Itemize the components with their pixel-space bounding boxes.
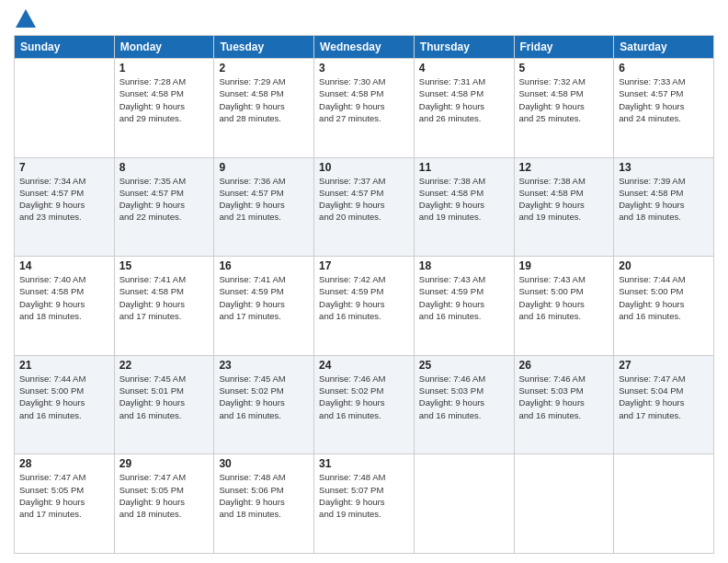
logo (14, 9, 36, 28)
day-cell: 3Sunrise: 7:30 AM Sunset: 4:58 PM Daylig… (314, 59, 415, 158)
day-info: Sunrise: 7:44 AM Sunset: 5:00 PM Dayligh… (19, 373, 109, 421)
day-cell: 8Sunrise: 7:35 AM Sunset: 4:57 PM Daylig… (114, 157, 214, 257)
day-cell: 6Sunrise: 7:33 AM Sunset: 4:57 PM Daylig… (614, 59, 714, 158)
day-info: Sunrise: 7:45 AM Sunset: 5:02 PM Dayligh… (219, 373, 309, 421)
day-number: 25 (419, 359, 509, 372)
logo-icon (16, 9, 36, 28)
day-cell: 17Sunrise: 7:42 AM Sunset: 4:59 PM Dayli… (314, 257, 415, 356)
calendar: SundayMondayTuesdayWednesdayThursdayFrid… (14, 35, 714, 554)
day-number: 6 (619, 62, 709, 75)
week-row-0: 1Sunrise: 7:28 AM Sunset: 4:58 PM Daylig… (15, 59, 714, 158)
day-cell: 18Sunrise: 7:43 AM Sunset: 4:59 PM Dayli… (414, 257, 514, 356)
day-info: Sunrise: 7:43 AM Sunset: 5:00 PM Dayligh… (519, 273, 609, 322)
day-cell: 10Sunrise: 7:37 AM Sunset: 4:57 PM Dayli… (314, 157, 415, 257)
day-cell: 1Sunrise: 7:28 AM Sunset: 4:58 PM Daylig… (114, 59, 214, 158)
week-row-4: 28Sunrise: 7:47 AM Sunset: 5:05 PM Dayli… (15, 454, 714, 554)
day-cell: 14Sunrise: 7:40 AM Sunset: 4:58 PM Dayli… (15, 257, 115, 356)
day-cell: 31Sunrise: 7:48 AM Sunset: 5:07 PM Dayli… (314, 454, 415, 554)
day-info: Sunrise: 7:47 AM Sunset: 5:05 PM Dayligh… (119, 471, 210, 520)
week-row-1: 7Sunrise: 7:34 AM Sunset: 4:57 PM Daylig… (15, 157, 714, 257)
day-number: 11 (419, 161, 509, 174)
weekday-header-saturday: Saturday (614, 36, 714, 59)
day-cell: 20Sunrise: 7:44 AM Sunset: 5:00 PM Dayli… (614, 257, 714, 356)
day-number: 17 (319, 259, 409, 272)
page: SundayMondayTuesdayWednesdayThursdayFrid… (0, 0, 728, 563)
day-info: Sunrise: 7:43 AM Sunset: 4:59 PM Dayligh… (419, 273, 509, 322)
day-number: 1 (119, 62, 210, 75)
day-cell: 25Sunrise: 7:46 AM Sunset: 5:03 PM Dayli… (414, 355, 514, 454)
day-info: Sunrise: 7:47 AM Sunset: 5:05 PM Dayligh… (19, 471, 109, 520)
day-info: Sunrise: 7:40 AM Sunset: 4:58 PM Dayligh… (19, 273, 109, 322)
day-cell: 26Sunrise: 7:46 AM Sunset: 5:03 PM Dayli… (514, 355, 614, 454)
day-number: 16 (219, 259, 309, 272)
day-cell: 13Sunrise: 7:39 AM Sunset: 4:58 PM Dayli… (614, 157, 714, 257)
day-number: 12 (519, 161, 609, 174)
day-cell: 19Sunrise: 7:43 AM Sunset: 5:00 PM Dayli… (514, 257, 614, 356)
day-number: 7 (19, 161, 109, 174)
day-cell: 16Sunrise: 7:41 AM Sunset: 4:59 PM Dayli… (214, 257, 314, 356)
day-info: Sunrise: 7:29 AM Sunset: 4:58 PM Dayligh… (219, 75, 309, 124)
day-info: Sunrise: 7:41 AM Sunset: 4:58 PM Dayligh… (119, 273, 210, 322)
day-cell (15, 59, 115, 158)
day-info: Sunrise: 7:30 AM Sunset: 4:58 PM Dayligh… (319, 75, 409, 124)
week-row-2: 14Sunrise: 7:40 AM Sunset: 4:58 PM Dayli… (15, 257, 714, 356)
weekday-header-row: SundayMondayTuesdayWednesdayThursdayFrid… (15, 36, 714, 59)
day-info: Sunrise: 7:41 AM Sunset: 4:59 PM Dayligh… (219, 273, 309, 322)
day-info: Sunrise: 7:44 AM Sunset: 5:00 PM Dayligh… (619, 273, 709, 322)
weekday-header-tuesday: Tuesday (214, 36, 314, 59)
day-info: Sunrise: 7:38 AM Sunset: 4:58 PM Dayligh… (519, 175, 609, 224)
day-number: 14 (19, 259, 109, 272)
day-cell: 12Sunrise: 7:38 AM Sunset: 4:58 PM Dayli… (514, 157, 614, 257)
day-info: Sunrise: 7:28 AM Sunset: 4:58 PM Dayligh… (119, 75, 210, 124)
day-cell (414, 454, 514, 554)
day-cell (614, 454, 714, 554)
day-info: Sunrise: 7:46 AM Sunset: 5:03 PM Dayligh… (519, 373, 609, 421)
day-cell: 2Sunrise: 7:29 AM Sunset: 4:58 PM Daylig… (214, 59, 314, 158)
day-number: 26 (519, 359, 609, 372)
day-number: 2 (219, 62, 309, 75)
day-number: 20 (619, 259, 709, 272)
day-cell: 5Sunrise: 7:32 AM Sunset: 4:58 PM Daylig… (514, 59, 614, 158)
day-cell: 23Sunrise: 7:45 AM Sunset: 5:02 PM Dayli… (214, 355, 314, 454)
day-info: Sunrise: 7:35 AM Sunset: 4:57 PM Dayligh… (119, 175, 210, 224)
day-cell: 21Sunrise: 7:44 AM Sunset: 5:00 PM Dayli… (15, 355, 115, 454)
day-info: Sunrise: 7:36 AM Sunset: 4:57 PM Dayligh… (219, 175, 309, 224)
day-number: 19 (519, 259, 609, 272)
day-cell: 27Sunrise: 7:47 AM Sunset: 5:04 PM Dayli… (614, 355, 714, 454)
day-info: Sunrise: 7:38 AM Sunset: 4:58 PM Dayligh… (419, 175, 509, 224)
weekday-header-sunday: Sunday (15, 36, 115, 59)
svg-marker-0 (16, 9, 36, 28)
day-info: Sunrise: 7:42 AM Sunset: 4:59 PM Dayligh… (319, 273, 409, 322)
day-number: 10 (319, 161, 409, 174)
day-info: Sunrise: 7:45 AM Sunset: 5:01 PM Dayligh… (119, 373, 210, 421)
day-info: Sunrise: 7:48 AM Sunset: 5:06 PM Dayligh… (219, 471, 309, 520)
day-cell: 22Sunrise: 7:45 AM Sunset: 5:01 PM Dayli… (114, 355, 214, 454)
weekday-header-monday: Monday (114, 36, 214, 59)
weekday-header-wednesday: Wednesday (314, 36, 415, 59)
day-info: Sunrise: 7:33 AM Sunset: 4:57 PM Dayligh… (619, 75, 709, 124)
day-cell: 4Sunrise: 7:31 AM Sunset: 4:58 PM Daylig… (414, 59, 514, 158)
day-number: 4 (419, 62, 509, 75)
day-number: 23 (219, 359, 309, 372)
day-cell: 30Sunrise: 7:48 AM Sunset: 5:06 PM Dayli… (214, 454, 314, 554)
day-number: 15 (119, 259, 210, 272)
day-number: 27 (619, 359, 709, 372)
day-number: 18 (419, 259, 509, 272)
day-number: 31 (319, 457, 409, 470)
day-info: Sunrise: 7:37 AM Sunset: 4:57 PM Dayligh… (319, 175, 409, 224)
day-info: Sunrise: 7:31 AM Sunset: 4:58 PM Dayligh… (419, 75, 509, 124)
day-number: 24 (319, 359, 409, 372)
day-number: 13 (619, 161, 709, 174)
day-cell: 15Sunrise: 7:41 AM Sunset: 4:58 PM Dayli… (114, 257, 214, 356)
day-info: Sunrise: 7:34 AM Sunset: 4:57 PM Dayligh… (19, 175, 109, 224)
weekday-header-thursday: Thursday (414, 36, 514, 59)
day-cell: 11Sunrise: 7:38 AM Sunset: 4:58 PM Dayli… (414, 157, 514, 257)
day-number: 5 (519, 62, 609, 75)
day-info: Sunrise: 7:46 AM Sunset: 5:03 PM Dayligh… (419, 373, 509, 421)
day-number: 30 (219, 457, 309, 470)
day-number: 22 (119, 359, 210, 372)
day-cell: 29Sunrise: 7:47 AM Sunset: 5:05 PM Dayli… (114, 454, 214, 554)
day-cell: 7Sunrise: 7:34 AM Sunset: 4:57 PM Daylig… (15, 157, 115, 257)
day-info: Sunrise: 7:48 AM Sunset: 5:07 PM Dayligh… (319, 471, 409, 520)
day-cell: 28Sunrise: 7:47 AM Sunset: 5:05 PM Dayli… (15, 454, 115, 554)
